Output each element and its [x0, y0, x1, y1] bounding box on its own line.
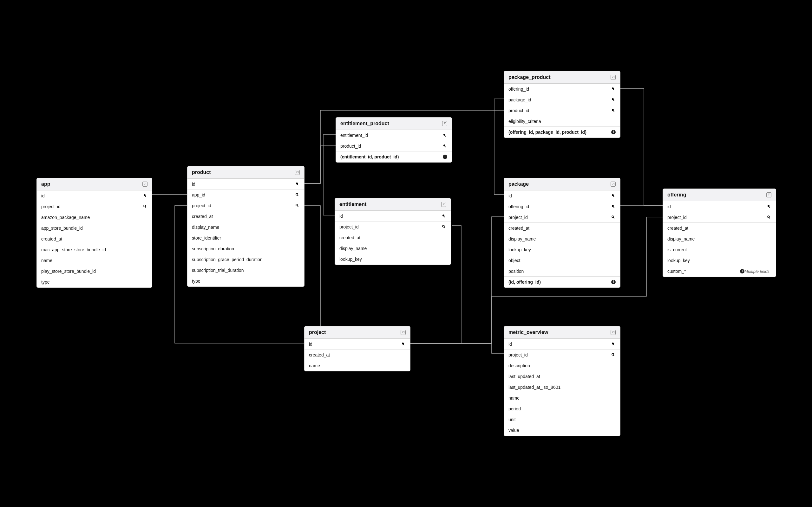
table-product[interactable]: product id app_id project_id created_at … [187, 166, 305, 287]
primary-key-icon [611, 87, 616, 91]
field-entitlement-id: entitlement_id [336, 130, 452, 141]
field: display_name [188, 222, 304, 233]
table-title: project [309, 330, 326, 335]
info-icon[interactable]: i [611, 280, 616, 284]
table-package-product[interactable]: package_product offering_id package_id p… [504, 71, 620, 138]
field: lookup_key [663, 255, 776, 266]
field: created_at [663, 223, 776, 233]
field: unit [504, 414, 620, 425]
table-title: package [508, 181, 529, 187]
field: display_name [663, 233, 776, 244]
table-title: package_product [508, 74, 550, 80]
info-icon[interactable]: i [740, 269, 745, 274]
field: last_updated_at [504, 371, 620, 382]
field-composite: (entitlement_id, product_id)i [336, 152, 452, 162]
field: created_at [37, 233, 152, 244]
field: created_at [305, 349, 410, 360]
primary-key-icon [401, 342, 406, 346]
svg-rect-15 [444, 216, 445, 217]
svg-rect-11 [444, 135, 446, 137]
table-header: metric_overview [504, 326, 620, 339]
svg-rect-21 [613, 89, 614, 91]
field-id: id [663, 201, 776, 212]
foreign-key-icon [611, 215, 616, 220]
field: store_identifier [188, 233, 304, 243]
field: description [504, 360, 620, 371]
field-id: id [37, 190, 152, 201]
field: eligibility_criteria [504, 116, 620, 127]
field-id: id [504, 339, 620, 349]
field: type [188, 276, 304, 286]
table-app[interactable]: app id project_id amazon_package_name ap… [37, 178, 152, 288]
expand-icon[interactable] [441, 202, 446, 207]
expand-icon[interactable] [295, 170, 300, 175]
primary-key-icon [611, 205, 616, 209]
table-metric-overview[interactable]: metric_overview id project_id descriptio… [504, 326, 620, 436]
svg-rect-25 [613, 110, 614, 112]
info-icon[interactable]: i [443, 155, 447, 159]
field-project-id: project_id [663, 212, 776, 223]
table-offering[interactable]: offering id project_id created_at displa… [663, 188, 776, 277]
field-project-id: project_id [504, 212, 620, 223]
primary-key-icon [443, 133, 447, 137]
field: is_current [663, 244, 776, 255]
field: value [504, 425, 620, 436]
field-custom: custom_*iMultiple fields [663, 266, 776, 277]
table-project[interactable]: project id created_at name [304, 326, 410, 372]
svg-rect-29 [613, 206, 614, 208]
field: created_at [504, 223, 620, 233]
svg-rect-19 [403, 344, 404, 345]
primary-key-icon [767, 205, 771, 209]
table-package[interactable]: package id offering_id project_id create… [504, 178, 620, 288]
field: type [37, 277, 152, 287]
svg-point-32 [768, 205, 769, 207]
foreign-key-icon [611, 353, 616, 357]
field: amazon_package_name [37, 212, 152, 223]
table-header: entitlement [335, 199, 451, 211]
svg-rect-23 [613, 100, 614, 101]
foreign-key-icon [295, 204, 300, 208]
field-project-id: project_id [335, 222, 451, 232]
field: lookup_key [335, 254, 451, 265]
primary-key-icon [295, 182, 300, 186]
svg-rect-5 [297, 184, 299, 185]
foreign-key-icon [767, 215, 771, 220]
table-title: metric_overview [508, 330, 548, 335]
expand-icon[interactable] [142, 181, 148, 187]
table-title: product [192, 170, 211, 175]
field: name [305, 360, 410, 371]
field: mac_app_store_store_bundle_id [37, 244, 152, 255]
table-title: entitlement [339, 202, 366, 207]
info-icon[interactable]: i [611, 130, 616, 134]
er-diagram-canvas[interactable]: app id project_id amazon_package_name ap… [0, 0, 812, 507]
expand-icon[interactable] [766, 192, 771, 198]
primary-key-icon [611, 342, 616, 346]
expand-icon[interactable] [611, 181, 616, 187]
table-entitlement-product[interactable]: entitlement_product entitlement_id produ… [336, 117, 452, 163]
foreign-key-icon [143, 205, 148, 209]
expand-icon[interactable] [611, 75, 616, 80]
svg-rect-13 [444, 146, 446, 147]
table-title: offering [667, 192, 687, 198]
field: object [504, 255, 620, 266]
expand-icon[interactable] [401, 330, 406, 335]
field: name [37, 255, 152, 266]
field: play_store_store_bundle_id [37, 266, 152, 277]
field-project-id: project_id [188, 200, 304, 211]
field-offering-id: offering_id [504, 83, 620, 95]
field: subscription_grace_period_duration [188, 254, 304, 265]
field-composite: (id, offering_id)i [504, 277, 620, 287]
table-entitlement[interactable]: entitlement id project_id created_at dis… [335, 198, 451, 265]
primary-key-icon [611, 193, 616, 198]
field: subscription_trial_duration [188, 265, 304, 276]
field: last_updated_at_iso_8601 [504, 382, 620, 393]
expand-icon[interactable] [611, 330, 616, 335]
foreign-key-icon [442, 225, 446, 229]
table-header: entitlement_product [336, 118, 452, 130]
svg-rect-1 [145, 195, 146, 197]
field-app-id: app_id [188, 189, 304, 200]
primary-key-icon [611, 108, 616, 113]
expand-icon[interactable] [442, 121, 447, 126]
primary-key-icon [611, 98, 616, 102]
field: period [504, 403, 620, 414]
